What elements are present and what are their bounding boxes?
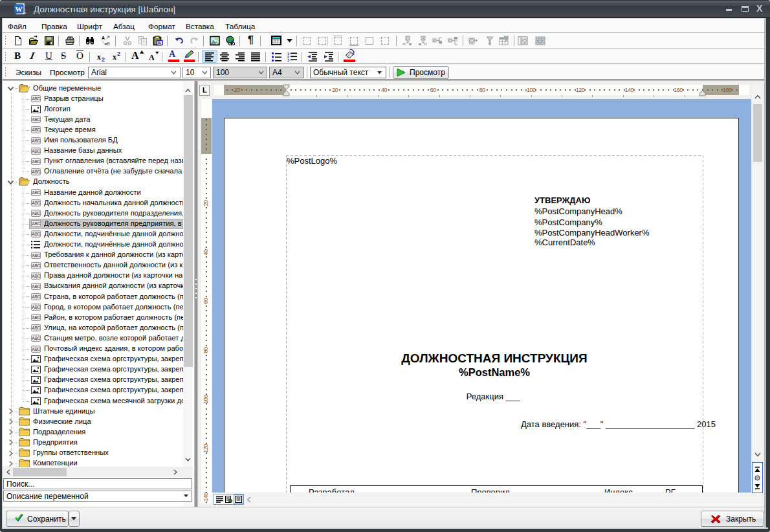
- svg-text:ABC: ABC: [32, 263, 40, 268]
- svg-text:ABC: ABC: [32, 274, 40, 278]
- svg-text:ABC: ABC: [32, 232, 40, 236]
- svg-text:ABC: ABC: [32, 149, 40, 153]
- svg-text:ABC: ABC: [32, 315, 40, 320]
- svg-text:ABC: ABC: [32, 139, 40, 143]
- svg-text:ABC: ABC: [32, 117, 40, 122]
- svg-text:ABC: ABC: [32, 127, 40, 132]
- svg-text:ABC: ABC: [32, 201, 40, 205]
- svg-text:ABC: ABC: [32, 336, 40, 340]
- svg-text:ABC: ABC: [32, 190, 40, 195]
- svg-text:ABC: ABC: [32, 159, 40, 164]
- svg-text:ABC: ABC: [32, 211, 40, 216]
- svg-text:ABC: ABC: [32, 347, 40, 351]
- svg-text:A: A: [102, 36, 105, 40]
- svg-text:ABC: ABC: [32, 170, 40, 174]
- svg-text:B: B: [107, 41, 110, 46]
- svg-text:ABC: ABC: [32, 253, 40, 258]
- svg-text:ABC: ABC: [32, 326, 40, 330]
- svg-text:3: 3: [287, 58, 289, 61]
- svg-text:W: W: [16, 5, 23, 13]
- svg-text:ABC: ABC: [32, 96, 40, 101]
- svg-text:ABC: ABC: [32, 221, 40, 226]
- svg-text:ABC: ABC: [32, 294, 40, 299]
- svg-text:ABC: ABC: [32, 305, 40, 309]
- svg-text:ABC: ABC: [32, 284, 40, 289]
